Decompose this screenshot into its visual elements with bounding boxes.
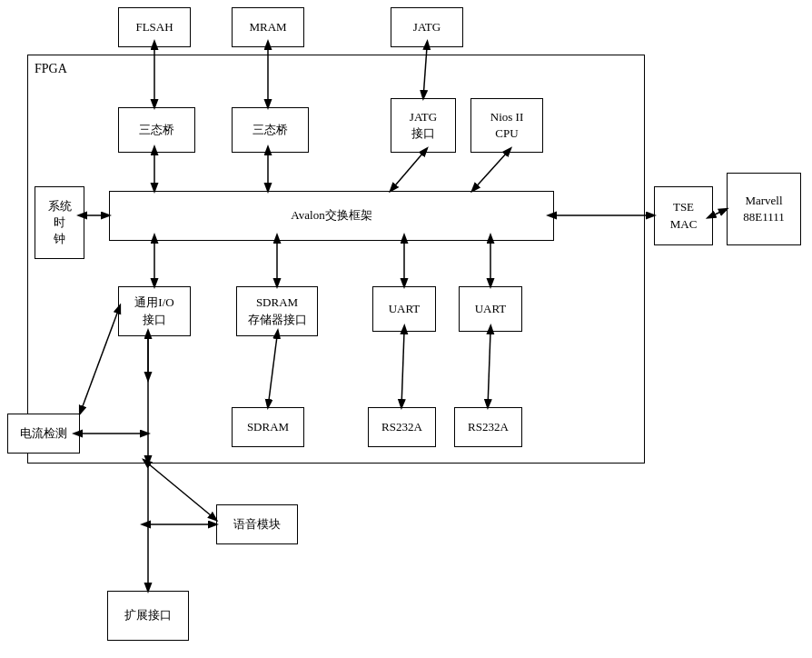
uart1-box: UART (372, 286, 436, 332)
uart2-box: UART (459, 286, 522, 332)
svg-line-24 (148, 464, 216, 520)
diagram: FPGA FLSAH MRAM JATG 三态桥 三态桥 JATG 接口 Nio… (0, 0, 812, 658)
tse-mac-box: TSE MAC (654, 186, 713, 245)
rs232a1-box: RS232A (368, 407, 436, 447)
rs232a2-box: RS232A (454, 407, 522, 447)
sdram-box: SDRAM (232, 407, 304, 447)
fpga-label: FPGA (35, 62, 67, 76)
tristate2-box: 三态桥 (232, 107, 309, 153)
mram-box: MRAM (232, 7, 304, 47)
gpio-box: 通用I/O 接口 (118, 286, 191, 336)
ext-iface-box: 扩展接口 (107, 591, 189, 641)
current-detect-box: 电流检测 (7, 414, 80, 454)
sdram-iface-box: SDRAM 存储器接口 (236, 286, 318, 336)
jatg-top-box: JATG (391, 7, 463, 47)
tristate1-box: 三态桥 (118, 107, 195, 153)
nios2-box: Nios II CPU (470, 98, 543, 153)
voice-module-box: 语音模块 (216, 504, 298, 544)
svg-line-9 (713, 209, 727, 215)
marvell-box: Marvell 88E1111 (727, 173, 801, 245)
jatg-iface-box: JATG 接口 (391, 98, 456, 153)
flsah-box: FLSAH (118, 7, 191, 47)
sysclock-box: 系统 时 钟 (35, 186, 84, 259)
avalon-box: Avalon交换框架 (109, 191, 554, 241)
